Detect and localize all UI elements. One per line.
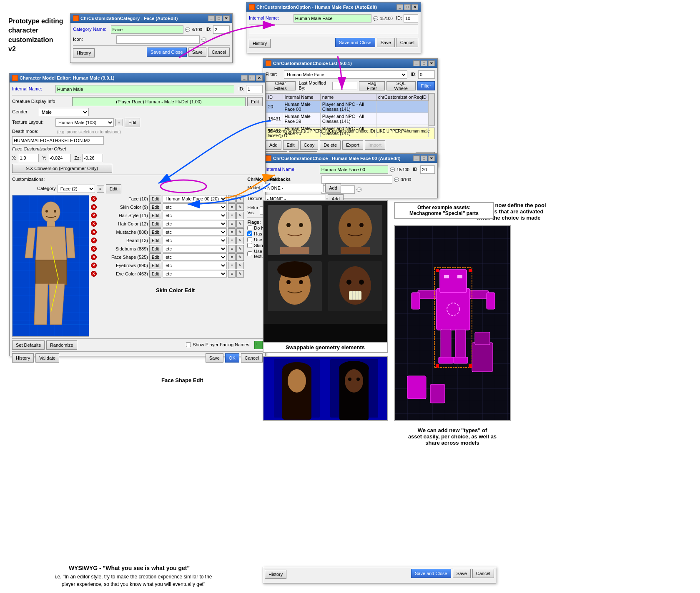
mustache-list-icon[interactable]: ≡ xyxy=(228,228,236,236)
flag5-check[interactable] xyxy=(247,251,252,256)
cl-import-btn[interactable]: Import xyxy=(365,140,385,150)
bottom-history-btn[interactable]: History xyxy=(265,570,286,579)
hairstyle-edit-btn[interactable]: Edit xyxy=(149,212,161,219)
randomize-btn[interactable]: Randomize xyxy=(46,340,77,350)
eyecolor-edit-btn[interactable]: Edit xyxy=(149,270,161,278)
fallback-model-input[interactable] xyxy=(263,184,324,192)
id-input[interactable] xyxy=(213,25,230,34)
faceshape-remove-btn[interactable]: ✕ xyxy=(91,254,97,260)
z-input[interactable] xyxy=(82,154,103,162)
skin-select[interactable]: etc xyxy=(163,203,227,211)
cm-maximize-btn[interactable]: □ xyxy=(248,75,255,81)
green-plus-btn[interactable]: + xyxy=(254,341,263,349)
cat-list-btn[interactable]: ≡ xyxy=(97,185,104,193)
close-btn[interactable]: ✕ xyxy=(223,15,230,21)
haircolor-remove-btn[interactable]: ✕ xyxy=(91,221,97,227)
cm-validate-btn[interactable]: Validate xyxy=(35,353,59,363)
beard-edit-btn[interactable]: Edit xyxy=(149,237,161,244)
fallback-model-add[interactable]: Add xyxy=(325,183,341,193)
beard-select[interactable]: etc xyxy=(163,237,227,244)
cm-save-btn[interactable]: Save xyxy=(206,353,223,363)
cm-ok-btn[interactable]: OK xyxy=(225,353,239,363)
texture-edit-btn[interactable]: Edit xyxy=(125,118,140,127)
faceshape-edit-btn[interactable]: Edit xyxy=(149,253,161,261)
ch-maximize-btn[interactable]: □ xyxy=(421,155,427,161)
cl-filter-btn[interactable]: Filter xyxy=(417,81,435,90)
haircolor-list-icon[interactable]: ≡ xyxy=(228,220,236,228)
cm-creature-value[interactable]: (Player Race) Human - Male Hi-Def (1.00) xyxy=(72,97,246,106)
face-cat-save-close-btn[interactable]: Save and Close xyxy=(147,48,187,57)
cm-creature-edit[interactable]: Edit xyxy=(247,97,263,106)
category-select[interactable]: Face (2) xyxy=(58,185,95,193)
ch-id-input[interactable] xyxy=(420,165,435,174)
last-modified-input[interactable] xyxy=(332,82,357,90)
opt-history-btn[interactable]: History xyxy=(249,39,271,48)
beard-edit-icon[interactable]: ✎ xyxy=(236,237,244,244)
face-edit-btn[interactable]: Edit xyxy=(149,195,161,203)
sideburns-remove-btn[interactable]: ✕ xyxy=(91,246,97,252)
texture-layout-select[interactable]: Human Male (103) xyxy=(55,118,114,127)
faceshape-edit-icon[interactable]: ✎ xyxy=(236,253,244,261)
filter-dropdown[interactable]: Human Male Face xyxy=(284,70,407,79)
cl-close-btn[interactable]: ✕ xyxy=(428,60,435,66)
opt-id-input[interactable] xyxy=(404,14,418,23)
cat-edit-btn[interactable]: Edit xyxy=(106,184,121,193)
faceshape-select[interactable]: etc xyxy=(163,253,227,261)
ch-internal-name-input[interactable] xyxy=(320,165,389,174)
flag2-check[interactable] xyxy=(247,231,252,236)
face-cat-save-btn[interactable]: Save xyxy=(188,48,206,57)
haircolor-edit-icon[interactable]: ✎ xyxy=(236,220,244,228)
eyebrows-list-icon[interactable]: ≡ xyxy=(228,262,236,269)
mustache-edit-icon[interactable]: ✎ xyxy=(236,228,244,236)
opt-save-close-btn[interactable]: Save and Close xyxy=(335,38,375,47)
hairstyle-list-icon[interactable]: ≡ xyxy=(228,212,236,219)
eyebrows-remove-btn[interactable]: ✕ xyxy=(91,263,97,268)
cl-copy-btn[interactable]: Copy xyxy=(300,140,319,150)
table-row[interactable]: 15431 Human Male Face 39 Player and NPC … xyxy=(266,113,429,125)
skin-edit-btn[interactable]: Edit xyxy=(149,203,161,211)
bottom-save-close-btn[interactable]: Save and Close xyxy=(411,569,451,578)
opt-cancel-btn[interactable]: Cancel xyxy=(396,38,418,47)
skin-edit-icon[interactable]: ✎ xyxy=(236,203,244,211)
opt-internal-name-input[interactable] xyxy=(294,14,372,23)
gender-select[interactable]: Male xyxy=(39,108,89,116)
eyebrows-edit-icon[interactable]: ✎ xyxy=(236,262,244,269)
cm-internal-name[interactable] xyxy=(55,85,234,93)
mustache-edit-btn[interactable]: Edit xyxy=(149,228,161,236)
category-name-input[interactable] xyxy=(111,25,183,34)
minimize-btn[interactable]: _ xyxy=(208,15,215,21)
cm-minimize-btn[interactable]: _ xyxy=(241,75,248,81)
set-defaults-btn[interactable]: Set Defaults xyxy=(12,340,45,350)
eyecolor-edit-icon[interactable]: ✎ xyxy=(236,270,244,278)
face-remove-btn[interactable]: ✕ xyxy=(91,196,97,202)
flag-filter-btn[interactable]: Flag Filter xyxy=(359,81,385,90)
cl-delete-btn[interactable]: Delete xyxy=(320,140,341,150)
ch-close-btn[interactable]: ✕ xyxy=(428,155,435,161)
face-list-icon[interactable]: ≡ xyxy=(228,195,236,203)
flag3-check[interactable] xyxy=(247,237,252,242)
hairstyle-edit-icon[interactable]: ✎ xyxy=(236,212,244,219)
texture-list-btn[interactable]: ≡ xyxy=(115,119,123,126)
cl-maximize-btn[interactable]: □ xyxy=(421,60,427,66)
cm-close-btn[interactable]: ✕ xyxy=(256,75,263,81)
eyecolor-remove-btn[interactable]: ✕ xyxy=(91,271,97,277)
cm-cancel-btn[interactable]: Cancel xyxy=(241,353,263,363)
eyebrows-edit-btn[interactable]: Edit xyxy=(149,262,161,269)
cm-history-btn[interactable]: History xyxy=(12,353,34,363)
show-facing-check[interactable] xyxy=(186,342,191,347)
eyebrows-select[interactable]: etc xyxy=(163,262,227,269)
flag4-check[interactable] xyxy=(247,243,252,248)
face-edit-icon[interactable]: ✎ xyxy=(236,195,244,203)
face-cat-cancel-btn[interactable]: Cancel xyxy=(208,48,230,57)
y-input[interactable] xyxy=(48,154,71,162)
haircolor-edit-btn[interactable]: Edit xyxy=(149,220,161,228)
cl-export-btn[interactable]: Export xyxy=(342,140,363,150)
cl-edit-btn[interactable]: Edit xyxy=(283,140,299,150)
bottom-save-btn[interactable]: Save xyxy=(453,569,471,578)
ch-minimize-btn[interactable]: _ xyxy=(413,155,420,161)
beard-list-icon[interactable]: ≡ xyxy=(228,237,236,244)
beard-remove-btn[interactable]: ✕ xyxy=(91,238,97,243)
eyecolor-list-icon[interactable]: ≡ xyxy=(228,270,236,278)
maximize-btn[interactable]: □ xyxy=(216,15,222,21)
cm-id[interactable] xyxy=(246,85,263,93)
